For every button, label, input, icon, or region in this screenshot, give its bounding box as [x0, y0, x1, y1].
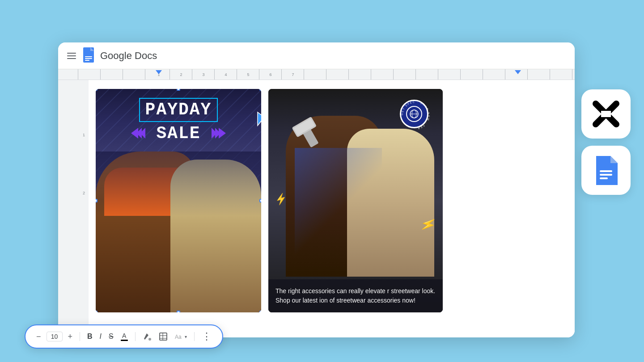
- people-area-2: ⚡ ⚡: [268, 116, 443, 277]
- svg-rect-3: [85, 60, 89, 61]
- margin-numbers: 1 2: [83, 80, 85, 196]
- font-size-decrease-button[interactable]: −: [34, 331, 43, 342]
- person1-overlay: [96, 152, 261, 312]
- google-docs-app-icon[interactable]: [581, 146, 631, 195]
- text-style-icon: Aa: [175, 333, 184, 340]
- color-letter: A: [122, 332, 126, 339]
- formatting-toolbar: − 10 + B I S A Aa ▾ ⋮: [25, 324, 223, 349]
- ruler-mark-6: 6: [259, 69, 282, 80]
- text-style-dropdown[interactable]: Aa ▾: [173, 332, 189, 341]
- ruler-mark-3: 3: [192, 69, 215, 80]
- app-icons-panel: [581, 89, 631, 195]
- caption-text: The right accessories can really elevate…: [275, 287, 435, 304]
- ruler-mark-5: 5: [237, 69, 259, 80]
- side-margin: 1 2: [58, 80, 89, 337]
- payday-text: PAYDAY: [145, 101, 212, 119]
- strikethrough-button[interactable]: S: [107, 332, 115, 341]
- badge-text-svg: GET SPEC · SHOP NOW · FER ·: [400, 100, 431, 130]
- svg-rect-23: [600, 170, 612, 172]
- document-page: PAYDAY SALE: [89, 80, 575, 337]
- docs-header: Google Docs: [58, 42, 575, 69]
- ruler-mark-2: 2: [170, 69, 192, 80]
- capcut-logo: [592, 100, 620, 128]
- svg-text:Aa: Aa: [175, 334, 182, 340]
- sale-row: SALE: [96, 124, 261, 143]
- table-icon: [159, 332, 168, 341]
- font-size-display[interactable]: 10: [47, 332, 63, 341]
- svg-rect-1: [85, 56, 92, 57]
- ruler-indent-left: [156, 70, 162, 74]
- people-area-1: [96, 152, 261, 312]
- app-title: Google Docs: [100, 50, 157, 62]
- divider-1: [80, 332, 80, 341]
- svg-rect-24: [600, 174, 612, 176]
- globe-badge: GET SPEC · SHOP NOW · FER ·: [400, 100, 428, 128]
- svg-marker-4: [258, 112, 261, 128]
- cursor-pointer-icon: [256, 111, 261, 131]
- capcut-app-icon[interactable]: [581, 89, 631, 139]
- font-size-increase-button[interactable]: +: [66, 331, 75, 342]
- app-logo: Google Docs: [83, 47, 157, 64]
- streetwear-card[interactable]: GET SPEC · SHOP NOW · FER ·: [268, 89, 443, 312]
- divider-3: [194, 332, 195, 341]
- fill-bucket-icon: [143, 332, 152, 341]
- svg-marker-5: [131, 128, 145, 139]
- sale-text: SALE: [156, 124, 200, 143]
- divider-2: [135, 332, 136, 341]
- payday-title-box: PAYDAY: [139, 98, 218, 122]
- margin-num-1: 1: [83, 80, 85, 138]
- svg-rect-25: [600, 177, 608, 179]
- more-options-button[interactable]: ⋮: [200, 330, 213, 343]
- menu-button[interactable]: [65, 51, 78, 61]
- ruler-mark-7: 7: [282, 69, 304, 80]
- table-button[interactable]: [157, 331, 169, 342]
- ruler: 1 2 3 4 5 6 7: [58, 69, 575, 80]
- svg-rect-22: [601, 111, 611, 117]
- docs-window: Google Docs 1 2 3 4 5 6 7 1 2: [58, 42, 575, 337]
- svg-rect-15: [160, 333, 167, 340]
- dropdown-arrow: ▾: [185, 334, 187, 339]
- ruler-mark-4: 4: [215, 69, 237, 80]
- docs-body: 1 2: [58, 80, 575, 337]
- bold-button[interactable]: B: [85, 332, 94, 341]
- svg-marker-6: [212, 128, 226, 139]
- payday-title-area: PAYDAY SALE: [96, 98, 261, 143]
- italic-button[interactable]: I: [98, 332, 103, 341]
- docs-icon: [83, 47, 97, 64]
- svg-point-14: [148, 338, 151, 341]
- text-color-button[interactable]: A: [119, 331, 130, 342]
- chevrons-right: [204, 128, 226, 139]
- ruler-numbers: 1 2 3 4 5 6 7: [148, 69, 304, 80]
- color-bar: [121, 340, 128, 341]
- ruler-indent-right: [515, 70, 521, 74]
- images-container: PAYDAY SALE: [89, 80, 575, 321]
- margin-num-2: 2: [83, 138, 85, 196]
- ruler-bar: [58, 69, 575, 80]
- card-caption: The right accessories can really elevate…: [268, 279, 443, 312]
- svg-rect-2: [85, 58, 92, 59]
- svg-text:GET SPEC · SHOP NOW · FER ·: GET SPEC · SHOP NOW · FER ·: [401, 101, 430, 130]
- gdocs-large-logo: [594, 156, 618, 185]
- fill-color-button[interactable]: [141, 331, 153, 342]
- payday-sale-card[interactable]: PAYDAY SALE: [96, 89, 261, 312]
- chevrons-left: [131, 128, 153, 139]
- lightning-cape: [295, 148, 382, 277]
